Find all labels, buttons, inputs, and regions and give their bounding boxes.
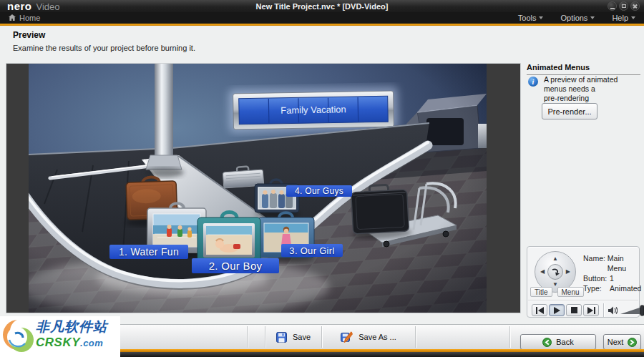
volume-slider[interactable] (620, 305, 644, 316)
close-button[interactable] (630, 1, 640, 11)
menu-button-our-boy[interactable]: 2. Our Boy (192, 258, 279, 273)
toolbar-separator (415, 326, 416, 348)
crsky-logo-icon (1, 318, 38, 356)
back-arrow-icon (542, 338, 552, 347)
animated-menus-panel: Animated Menus i A preview of animated m… (525, 63, 644, 322)
nero-video-window: nero Video New Title Project.nvc * [DVD-… (0, 0, 644, 357)
save-as-label: Save As ... (358, 333, 396, 341)
menu-items: Tools Options Help (518, 14, 635, 22)
save-as-icon (341, 331, 353, 343)
chevron-down-icon (631, 16, 635, 19)
menu-tools-label: Tools (518, 14, 537, 22)
app-type-label: Video (36, 1, 60, 12)
title-bar: nero Video New Title Project.nvc * [DVD-… (0, 0, 644, 12)
accent-divider (0, 24, 644, 26)
save-disk-icon (276, 332, 287, 343)
next-label: Next (608, 338, 624, 346)
volume-wedge-icon (620, 305, 644, 316)
menu-help-label: Help (612, 14, 628, 22)
name-value: Main Menu (608, 253, 642, 273)
maximize-button[interactable] (619, 1, 628, 11)
menu-button-water-fun[interactable]: 1. Water Fun (109, 245, 188, 259)
nero-logo: nero (7, 1, 32, 11)
transport-separator (603, 303, 604, 317)
dvd-menu-preview: Family Vacation (29, 64, 487, 313)
title-button[interactable]: Title (530, 287, 552, 297)
page-title: Preview (13, 30, 45, 40)
minimize-icon (610, 8, 615, 9)
document-title: New Title Project.nvc * [DVD-Video] (0, 2, 644, 11)
menu-button-our-girl[interactable]: 3. Our Girl (281, 244, 343, 257)
menu-options[interactable]: Options (560, 14, 595, 22)
next-arrow-icon (628, 338, 637, 347)
app-logo: nero Video (7, 1, 60, 12)
home-label: Home (19, 14, 40, 22)
dpad-up-icon[interactable]: ▲ (552, 256, 558, 262)
home-icon (9, 14, 16, 21)
transport-controls (532, 303, 644, 317)
back-button[interactable]: Back (520, 334, 596, 350)
maximize-icon (622, 4, 626, 8)
save-label: Save (293, 333, 311, 341)
menu-button[interactable]: Menu (557, 287, 584, 297)
speaker-icon (608, 306, 618, 315)
window-controls (608, 1, 640, 11)
skip-back-button[interactable] (532, 304, 547, 316)
menu-options-label: Options (560, 14, 587, 22)
toolbar-separator (509, 326, 510, 348)
chevron-down-icon (590, 16, 595, 19)
menu-bar: Home Tools Options Help (0, 12, 644, 24)
type-value: Animated (610, 283, 641, 293)
name-label: Name: (583, 253, 608, 273)
play-icon (554, 307, 560, 314)
save-as-button[interactable]: Save As ... (324, 326, 413, 348)
remote-control-box: ▲ ▼ ◀ ▶ Name:Main Menu Button:1 Type:Ani… (527, 246, 640, 318)
menu-help[interactable]: Help (612, 14, 635, 22)
skip-back-icon (536, 307, 544, 314)
page-description: Examine the results of your project befo… (13, 44, 195, 52)
enter-arrow-icon (551, 268, 560, 276)
dpad-enter-button[interactable] (547, 264, 563, 280)
minimize-button[interactable] (608, 1, 617, 11)
home-button[interactable]: Home (9, 14, 40, 22)
toolbar-separator (321, 326, 322, 348)
prerender-info: i A preview of animated menus needs a pr… (528, 75, 641, 103)
button-label: Button: (583, 273, 610, 283)
dpad-right-icon[interactable]: ▶ (566, 269, 570, 275)
button-value: 1 (610, 273, 614, 283)
menu-scene: Family Vacation (29, 64, 487, 313)
dpad-left-icon[interactable]: ◀ (540, 269, 545, 275)
title-menu-buttons: Title Menu (530, 287, 584, 297)
toolbar-separator (247, 326, 248, 348)
watermark-domain: .com (80, 338, 103, 348)
info-line-1: A preview of animated menus needs a (544, 75, 618, 93)
menu-tools[interactable]: Tools (518, 14, 544, 22)
button-properties: Name:Main Menu Button:1 Type:Animated (583, 253, 641, 293)
watermark-site-name: 非凡软件站 (36, 320, 107, 333)
stop-button[interactable] (566, 304, 582, 316)
chevron-down-icon (539, 16, 543, 19)
control-separator (528, 300, 638, 301)
info-icon: i (528, 77, 538, 87)
skip-forward-icon (587, 307, 595, 314)
skip-forward-button[interactable] (583, 304, 599, 316)
back-label: Back (556, 338, 573, 346)
info-text: A preview of animated menus needs a pre-… (544, 75, 641, 103)
save-button[interactable]: Save (268, 326, 319, 348)
menu-button-our-guys[interactable]: 4. Our Guys (286, 185, 352, 197)
watermark-text: 非凡软件站 CRSKY.com (36, 320, 107, 348)
stop-icon (571, 307, 577, 313)
watermark-brand: CRSKY (36, 336, 80, 349)
toolbar-separator (265, 326, 265, 348)
next-button[interactable]: Next (603, 334, 641, 350)
type-label: Type: (583, 283, 610, 293)
panel-title: Animated Menus (527, 63, 644, 72)
play-button[interactable] (549, 304, 565, 316)
info-line-2: pre-rendering (544, 94, 589, 102)
preview-panel: Family Vacation (6, 63, 521, 313)
crsky-watermark: 非凡软件站 CRSKY.com (0, 316, 120, 357)
pre-render-button[interactable]: Pre-render... (542, 103, 597, 119)
scene-vignette (29, 64, 487, 313)
